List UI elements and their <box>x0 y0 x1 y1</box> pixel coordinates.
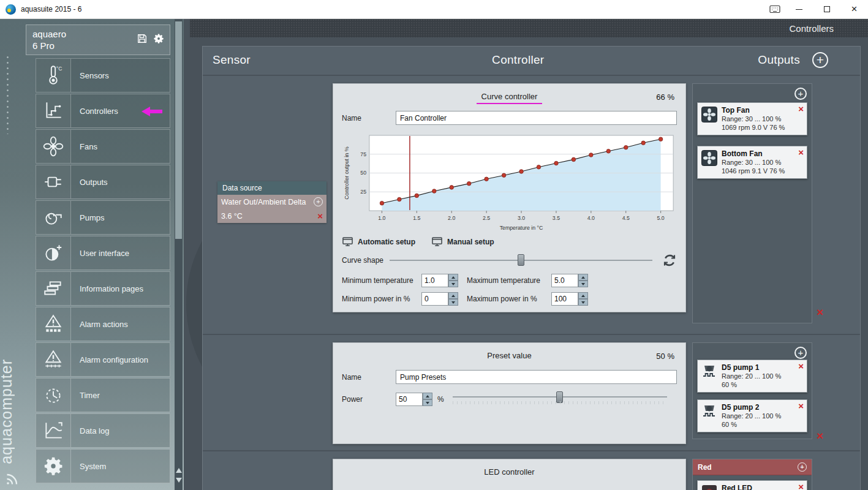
sidebar-item-label: Outputs <box>71 165 108 198</box>
add-data-source-button[interactable] <box>314 197 323 206</box>
delete-preset-controller-button[interactable] <box>817 430 823 442</box>
scrollbar-thumb[interactable] <box>175 21 182 239</box>
sidebar-item-pumps[interactable]: Pumps <box>36 200 170 235</box>
min-temp-spinner[interactable] <box>421 274 464 287</box>
output-card-bottom-fan[interactable]: Bottom Fan Range: 30 ... 100 % 1046 rpm … <box>697 146 807 179</box>
sidebar-item-fans[interactable]: Fans <box>36 129 170 164</box>
assign-output-button[interactable] <box>798 462 807 472</box>
output-card-top-fan[interactable]: Top Fan Range: 30 ... 100 % 1069 rpm 9.0… <box>697 102 807 135</box>
sidebar-item-sensors[interactable]: °C Sensors <box>36 58 170 92</box>
curve-output-value: 66 % <box>656 92 674 102</box>
rss-icon[interactable] <box>5 472 20 486</box>
close-button[interactable] <box>840 0 868 19</box>
gear-icon[interactable] <box>153 33 164 47</box>
preset-value-section: Preset value 50 % Name Power % <box>203 334 860 450</box>
min-power-input[interactable] <box>421 292 448 306</box>
scroll-down-icon[interactable] <box>176 478 182 483</box>
curve-chart[interactable]: 2550751.01.52.02.53.03.54.04.55.0Tempera… <box>342 130 677 232</box>
spin-down-icon[interactable] <box>578 299 588 306</box>
sidebar-item-alarm-configuration[interactable]: Alarm configuration <box>36 342 170 377</box>
output-status: 1069 rpm 9.0 V 76 % <box>722 124 785 131</box>
automatic-setup-button[interactable]: Automatic setup <box>342 236 415 247</box>
touch-keyboard-icon[interactable] <box>764 0 785 19</box>
svg-text:4.5: 4.5 <box>622 215 630 221</box>
sidebar-item-timer[interactable]: Timer <box>36 378 170 412</box>
spin-down-icon[interactable] <box>448 299 458 306</box>
refresh-icon[interactable] <box>662 253 677 268</box>
spin-down-icon[interactable] <box>578 281 588 287</box>
power-input[interactable] <box>396 393 423 406</box>
save-icon[interactable] <box>137 33 148 47</box>
brand-logo: aquacomputer <box>0 359 15 464</box>
sidebar-item-alarm-actions[interactable]: Alarm actions <box>36 307 170 341</box>
output-card-d5-pump-2[interactable]: D5 pump 2 Range: 20 ... 100 % 60 % <box>697 399 807 432</box>
sidebar-item-label: Fans <box>71 130 97 163</box>
min-power-spinner[interactable] <box>421 292 464 306</box>
spin-down-icon[interactable] <box>423 399 432 406</box>
sidebar-item-information-pages[interactable]: Information pages <box>36 271 170 306</box>
scroll-up-icon[interactable] <box>176 468 182 473</box>
spin-up-icon[interactable] <box>578 292 588 299</box>
spin-up-icon[interactable] <box>448 292 458 299</box>
output-card-d5-pump-1[interactable]: D5 pump 1 Range: 20 ... 100 % 60 % <box>697 360 807 393</box>
svg-text:3.0: 3.0 <box>518 215 525 221</box>
power-spinner[interactable] <box>396 393 432 406</box>
maximize-button[interactable] <box>813 0 840 19</box>
column-header-sensor: Sensor <box>213 53 251 67</box>
max-temp-spinner[interactable] <box>551 274 594 287</box>
column-header-outputs: Outputs <box>758 53 800 67</box>
preset-value-title: Preset value <box>482 349 536 362</box>
sidebar-item-controllers[interactable]: Controllers <box>36 94 170 128</box>
remove-output-button[interactable] <box>798 148 804 157</box>
sidebar-scrollbar[interactable] <box>175 19 183 490</box>
preset-name-input[interactable] <box>396 370 677 384</box>
remove-data-source-button[interactable] <box>317 211 323 221</box>
spin-up-icon[interactable] <box>578 274 588 281</box>
remove-output-button[interactable] <box>798 401 804 410</box>
controller-name-input[interactable] <box>396 111 677 125</box>
curve-controller-title: Curve controller <box>477 90 543 104</box>
slider-thumb[interactable] <box>518 254 524 266</box>
device-header[interactable]: aquaero 6 Pro <box>26 24 170 55</box>
add-controller-button[interactable] <box>812 52 828 68</box>
spin-down-icon[interactable] <box>448 281 458 287</box>
minimize-button[interactable] <box>785 0 813 19</box>
led-icon <box>701 484 718 490</box>
led-controller-card: LED controller Red0 % Green27 % Blue70 % <box>333 459 686 490</box>
page-title: Controllers <box>789 23 834 34</box>
max-temp-input[interactable] <box>551 274 578 287</box>
curve-shape-label: Curve shape <box>342 256 390 265</box>
remove-output-button[interactable] <box>798 482 804 490</box>
datalog-icon <box>36 414 71 447</box>
min-temp-input[interactable] <box>421 274 448 287</box>
power-slider[interactable] <box>453 391 667 407</box>
svg-text:1.0: 1.0 <box>378 215 385 221</box>
sidebar: aquacomputer aquaero 6 Pro <box>0 19 184 490</box>
max-power-spinner[interactable] <box>551 292 594 306</box>
pages-icon <box>36 272 71 305</box>
output-range: Range: 20 ... 100 % <box>722 372 781 380</box>
sidebar-item-outputs[interactable]: Outputs <box>36 165 170 199</box>
assign-output-button[interactable] <box>794 347 807 359</box>
spin-up-icon[interactable] <box>448 274 458 281</box>
remove-output-button[interactable] <box>798 361 804 371</box>
svg-text:4.0: 4.0 <box>587 215 595 221</box>
output-card-red-led[interactable]: Red LED <box>697 480 807 490</box>
delete-curve-controller-button[interactable] <box>817 306 823 318</box>
data-source-box[interactable]: Data source Water Out/Ambient Delta 3.6 … <box>217 181 326 223</box>
assign-output-button[interactable] <box>794 88 807 100</box>
curve-shape-slider[interactable] <box>390 254 652 267</box>
max-power-input[interactable] <box>551 292 578 306</box>
sidebar-item-label: Data log <box>71 414 109 447</box>
remove-output-button[interactable] <box>798 104 804 113</box>
min-temp-label: Minimum temperature <box>342 276 419 285</box>
sidebar-item-data-log[interactable]: Data log <box>36 413 170 448</box>
manual-setup-button[interactable]: Manual setup <box>431 236 494 247</box>
spin-up-icon[interactable] <box>423 393 432 399</box>
svg-text:1.5: 1.5 <box>413 215 420 221</box>
sidebar-item-system[interactable]: System <box>36 449 170 483</box>
curve-outputs-box: Top Fan Range: 30 ... 100 % 1069 rpm 9.0… <box>692 83 812 323</box>
sidebar-item-user-interface[interactable]: User interface <box>36 236 170 270</box>
led-outputs-header-label: Red <box>698 463 798 472</box>
output-name: Bottom Fan <box>722 149 763 158</box>
